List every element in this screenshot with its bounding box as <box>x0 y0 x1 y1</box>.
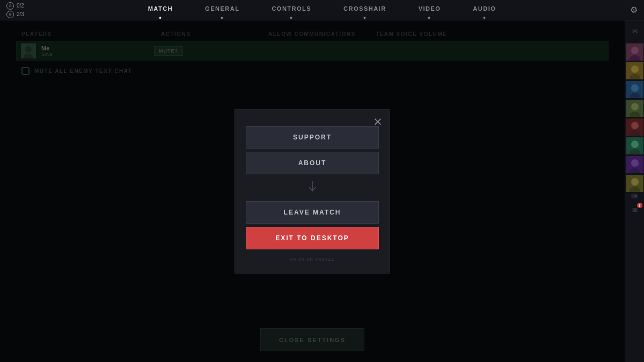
svg-point-17 <box>631 103 639 110</box>
version-text: 05.09.00.789344 <box>290 257 335 262</box>
main-nav: MATCH GENERAL CONTROLS CROSSHAIR VIDEO A… <box>148 5 496 15</box>
sidebar-avatar-6[interactable] <box>626 137 643 154</box>
assists-value: 2/3 <box>17 11 24 17</box>
sidebar-envelope-icon[interactable]: ✉ 1 <box>626 202 643 219</box>
nav-general[interactable]: GENERAL <box>205 5 239 15</box>
top-navigation-bar: ⊙ 0/2 ⊕ 2/3 MATCH GENERAL CONTROLS CROSS… <box>0 0 644 20</box>
score-display: ⊙ 0/2 ⊕ 2/3 <box>6 2 24 18</box>
modal-close-button[interactable] <box>371 115 384 128</box>
svg-point-26 <box>631 159 639 167</box>
sidebar-avatars: 86 <box>625 43 644 198</box>
svg-point-29 <box>631 178 639 186</box>
svg-point-8 <box>631 47 639 54</box>
sidebar-top-icons: ✉ <box>625 23 644 40</box>
kills-value: 0/2 <box>17 3 24 9</box>
sidebar-avatar-8[interactable] <box>626 175 643 192</box>
svg-point-20 <box>631 122 639 129</box>
exit-desktop-button[interactable]: EXIT TO DESKTOP <box>246 227 379 249</box>
divider-icon <box>304 180 320 196</box>
nav-controls[interactable]: CONTROLS <box>272 5 311 15</box>
leave-match-button[interactable]: LEAVE MATCH <box>246 201 379 224</box>
sidebar-icon-top1[interactable]: ✉ <box>626 23 643 40</box>
svg-point-23 <box>631 141 639 148</box>
svg-point-14 <box>631 84 639 92</box>
nav-match[interactable]: MATCH <box>148 5 173 15</box>
score-assists: ⊕ 2/3 <box>6 11 24 18</box>
assist-icon: ⊕ <box>6 11 14 18</box>
modal-overlay: SUPPORT ABOUT LEAVE MATCH EXIT TO DESKTO… <box>0 20 625 362</box>
kill-icon: ⊙ <box>6 2 14 10</box>
modal-dialog: SUPPORT ABOUT LEAVE MATCH EXIT TO DESKTO… <box>235 109 390 274</box>
envelope-badge: 1 <box>637 203 642 208</box>
sidebar-avatar-2[interactable] <box>626 62 643 79</box>
nav-video[interactable]: VIDEO <box>419 5 441 15</box>
score-kills: ⊙ 0/2 <box>6 2 24 10</box>
sidebar-avatar-3[interactable] <box>626 81 643 98</box>
sidebar-avatar-5[interactable] <box>626 119 643 136</box>
sidebar-avatar-7[interactable] <box>626 156 643 173</box>
sidebar-avatar-1[interactable] <box>626 43 643 61</box>
support-button[interactable]: SUPPORT <box>246 126 379 149</box>
nav-crosshair[interactable]: CROSSHAIR <box>343 5 386 15</box>
settings-gear[interactable]: ⚙ <box>630 5 638 15</box>
nav-audio[interactable]: AUDIO <box>473 5 496 15</box>
gear-icon[interactable]: ⚙ <box>630 5 638 14</box>
right-sidebar: ✉ <box>625 20 644 362</box>
svg-point-11 <box>631 65 639 73</box>
about-button[interactable]: ABOUT <box>246 152 379 174</box>
settings-main-content: PLAYERS ACTIONS ALLOW COMMUNICATIONS TEA… <box>0 20 625 362</box>
sidebar-avatar-4[interactable] <box>626 100 643 117</box>
settings-area: PLAYERS ACTIONS ALLOW COMMUNICATIONS TEA… <box>0 20 644 362</box>
sidebar-badge-number: 86 <box>631 194 639 198</box>
